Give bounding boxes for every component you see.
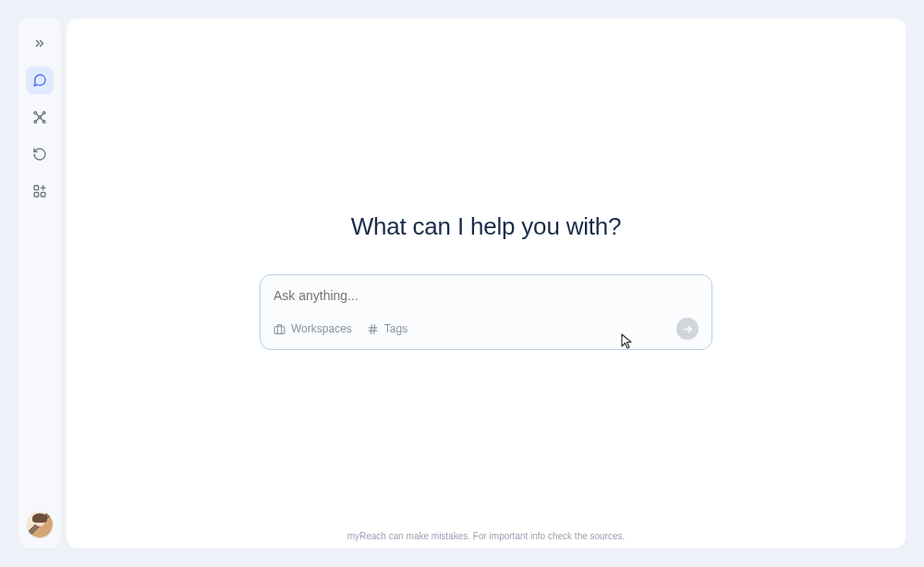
sidebar-item-network[interactable] — [26, 103, 54, 131]
tags-label: Tags — [384, 322, 407, 335]
footer-disclaimer: myReach can make mistakes. For important… — [347, 531, 626, 541]
svg-line-8 — [41, 118, 43, 121]
sidebar — [18, 18, 61, 549]
main-area: What can I help you with? Workspaces — [67, 18, 906, 549]
arrow-right-icon — [682, 323, 694, 335]
svg-rect-9 — [34, 186, 39, 190]
chat-bubble-icon — [32, 73, 47, 88]
svg-line-18 — [373, 324, 374, 333]
svg-line-6 — [41, 114, 43, 116]
sidebar-item-apps[interactable] — [26, 177, 54, 205]
workspaces-label: Workspaces — [291, 322, 352, 335]
sidebar-item-history[interactable] — [26, 140, 54, 168]
svg-rect-10 — [41, 192, 45, 197]
prompt-input[interactable] — [274, 288, 699, 303]
page-title: What can I help you with? — [351, 212, 622, 241]
svg-line-17 — [371, 324, 371, 333]
tags-chip[interactable]: Tags — [367, 322, 407, 335]
briefcase-icon — [274, 323, 286, 335]
clock-refresh-icon — [32, 147, 47, 162]
network-graph-icon — [32, 110, 47, 125]
prompt-input-container[interactable]: Workspaces Tags — [260, 274, 712, 350]
sidebar-expand-button[interactable] — [26, 30, 54, 57]
svg-line-7 — [36, 118, 39, 121]
svg-line-5 — [36, 114, 39, 116]
workspaces-chip[interactable]: Workspaces — [274, 322, 352, 335]
submit-button[interactable] — [676, 318, 699, 340]
apps-grid-icon — [32, 184, 47, 199]
hash-icon — [367, 323, 379, 335]
avatar[interactable] — [27, 512, 53, 537]
svg-rect-11 — [34, 192, 39, 197]
svg-rect-14 — [274, 326, 285, 333]
sidebar-item-assistant[interactable] — [26, 66, 54, 94]
chevron-double-right-icon — [33, 37, 46, 50]
